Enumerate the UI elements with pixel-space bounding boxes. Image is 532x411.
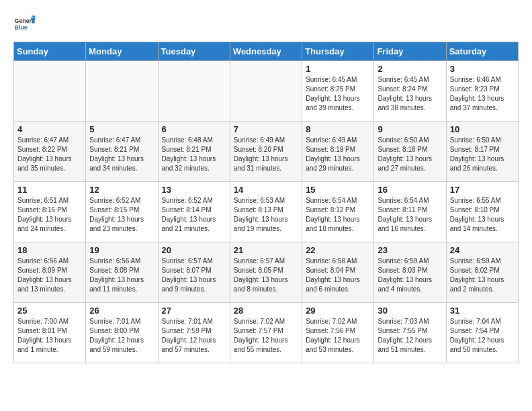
weekday-header-tuesday: Tuesday <box>158 42 230 61</box>
calendar-cell: 13Sunrise: 6:52 AM Sunset: 8:14 PM Dayli… <box>158 182 230 242</box>
calendar-cell: 20Sunrise: 6:57 AM Sunset: 8:07 PM Dayli… <box>158 242 230 303</box>
day-info: Sunrise: 6:50 AM Sunset: 8:17 PM Dayligh… <box>450 136 515 173</box>
day-number: 18 <box>17 245 82 255</box>
day-number: 4 <box>17 124 82 134</box>
day-info: Sunrise: 6:57 AM Sunset: 8:05 PM Dayligh… <box>234 257 298 294</box>
weekday-header-sunday: Sunday <box>14 42 86 61</box>
calendar-cell: 15Sunrise: 6:54 AM Sunset: 8:12 PM Dayli… <box>302 182 374 242</box>
day-info: Sunrise: 6:49 AM Sunset: 8:20 PM Dayligh… <box>234 136 298 173</box>
calendar-cell: 1Sunrise: 6:45 AM Sunset: 8:25 PM Daylig… <box>302 61 374 122</box>
day-info: Sunrise: 6:55 AM Sunset: 8:10 PM Dayligh… <box>450 196 515 234</box>
day-number: 11 <box>17 185 82 195</box>
calendar-cell: 27Sunrise: 7:01 AM Sunset: 7:59 PM Dayli… <box>158 303 230 363</box>
day-info: Sunrise: 6:57 AM Sunset: 8:07 PM Dayligh… <box>162 257 226 294</box>
calendar-cell: 30Sunrise: 7:03 AM Sunset: 7:55 PM Dayli… <box>374 303 446 363</box>
day-info: Sunrise: 6:46 AM Sunset: 8:23 PM Dayligh… <box>450 75 515 113</box>
day-info: Sunrise: 6:45 AM Sunset: 8:25 PM Dayligh… <box>306 75 370 113</box>
week-row-3: 18Sunrise: 6:56 AM Sunset: 8:09 PM Dayli… <box>14 242 519 303</box>
weekday-header-friday: Friday <box>374 42 446 61</box>
day-number: 10 <box>450 124 515 134</box>
calendar-cell: 7Sunrise: 6:49 AM Sunset: 8:20 PM Daylig… <box>230 122 302 182</box>
day-number: 12 <box>89 185 154 195</box>
calendar-cell: 5Sunrise: 6:47 AM Sunset: 8:21 PM Daylig… <box>86 122 158 182</box>
day-number: 23 <box>378 245 442 255</box>
day-info: Sunrise: 6:52 AM Sunset: 8:15 PM Dayligh… <box>89 196 154 234</box>
day-number: 17 <box>450 185 515 195</box>
week-row-1: 4Sunrise: 6:47 AM Sunset: 8:22 PM Daylig… <box>14 122 519 182</box>
page-header: General Blue <box>13 13 519 35</box>
day-info: Sunrise: 6:56 AM Sunset: 8:09 PM Dayligh… <box>17 257 82 294</box>
calendar-cell: 8Sunrise: 6:49 AM Sunset: 8:19 PM Daylig… <box>302 122 374 182</box>
calendar-cell: 16Sunrise: 6:54 AM Sunset: 8:11 PM Dayli… <box>374 182 446 242</box>
day-info: Sunrise: 6:51 AM Sunset: 8:16 PM Dayligh… <box>17 196 82 234</box>
day-number: 5 <box>89 124 154 134</box>
day-info: Sunrise: 6:54 AM Sunset: 8:12 PM Dayligh… <box>306 196 370 234</box>
day-number: 20 <box>162 245 226 255</box>
calendar-cell: 4Sunrise: 6:47 AM Sunset: 8:22 PM Daylig… <box>14 122 86 182</box>
day-info: Sunrise: 6:48 AM Sunset: 8:21 PM Dayligh… <box>162 136 226 173</box>
day-info: Sunrise: 6:49 AM Sunset: 8:19 PM Dayligh… <box>306 136 370 173</box>
day-number: 14 <box>234 185 298 195</box>
weekday-header-wednesday: Wednesday <box>230 42 302 61</box>
logo: General Blue <box>13 13 35 35</box>
svg-text:Blue: Blue <box>15 24 28 31</box>
weekday-header-thursday: Thursday <box>302 42 374 61</box>
calendar-cell: 31Sunrise: 7:04 AM Sunset: 7:54 PM Dayli… <box>446 303 518 363</box>
calendar-cell: 18Sunrise: 6:56 AM Sunset: 8:09 PM Dayli… <box>14 242 86 303</box>
day-info: Sunrise: 6:59 AM Sunset: 8:02 PM Dayligh… <box>450 257 515 294</box>
day-number: 15 <box>306 185 370 195</box>
calendar-cell: 21Sunrise: 6:57 AM Sunset: 8:05 PM Dayli… <box>230 242 302 303</box>
calendar-cell <box>86 61 158 122</box>
calendar-cell: 3Sunrise: 6:46 AM Sunset: 8:23 PM Daylig… <box>446 61 518 122</box>
day-info: Sunrise: 7:04 AM Sunset: 7:54 PM Dayligh… <box>450 317 515 355</box>
day-info: Sunrise: 6:54 AM Sunset: 8:11 PM Dayligh… <box>378 196 442 234</box>
day-info: Sunrise: 6:59 AM Sunset: 8:03 PM Dayligh… <box>378 257 442 294</box>
day-info: Sunrise: 7:01 AM Sunset: 7:59 PM Dayligh… <box>162 317 226 355</box>
day-info: Sunrise: 6:52 AM Sunset: 8:14 PM Dayligh… <box>162 196 226 234</box>
calendar-cell: 29Sunrise: 7:02 AM Sunset: 7:56 PM Dayli… <box>302 303 374 363</box>
day-number: 1 <box>306 64 370 74</box>
day-info: Sunrise: 7:01 AM Sunset: 8:00 PM Dayligh… <box>89 317 154 355</box>
day-info: Sunrise: 6:47 AM Sunset: 8:22 PM Dayligh… <box>17 136 82 173</box>
day-number: 13 <box>162 185 226 195</box>
day-number: 7 <box>234 124 298 134</box>
day-number: 3 <box>450 64 515 74</box>
calendar-cell: 9Sunrise: 6:50 AM Sunset: 8:18 PM Daylig… <box>374 122 446 182</box>
calendar-cell <box>230 61 302 122</box>
calendar-cell: 26Sunrise: 7:01 AM Sunset: 8:00 PM Dayli… <box>86 303 158 363</box>
calendar-cell: 28Sunrise: 7:02 AM Sunset: 7:57 PM Dayli… <box>230 303 302 363</box>
weekday-header-row: SundayMondayTuesdayWednesdayThursdayFrid… <box>14 42 519 61</box>
week-row-2: 11Sunrise: 6:51 AM Sunset: 8:16 PM Dayli… <box>14 182 519 242</box>
day-number: 2 <box>378 64 442 74</box>
calendar-cell: 10Sunrise: 6:50 AM Sunset: 8:17 PM Dayli… <box>446 122 518 182</box>
day-number: 16 <box>378 185 442 195</box>
calendar-cell: 23Sunrise: 6:59 AM Sunset: 8:03 PM Dayli… <box>374 242 446 303</box>
calendar-table: SundayMondayTuesdayWednesdayThursdayFrid… <box>13 42 519 363</box>
day-info: Sunrise: 6:56 AM Sunset: 8:08 PM Dayligh… <box>89 257 154 294</box>
calendar-cell <box>158 61 230 122</box>
week-row-4: 25Sunrise: 7:00 AM Sunset: 8:01 PM Dayli… <box>14 303 519 363</box>
day-info: Sunrise: 6:45 AM Sunset: 8:24 PM Dayligh… <box>378 75 442 113</box>
weekday-header-saturday: Saturday <box>446 42 518 61</box>
day-number: 22 <box>306 245 370 255</box>
day-number: 27 <box>162 306 226 316</box>
calendar-cell: 25Sunrise: 7:00 AM Sunset: 8:01 PM Dayli… <box>14 303 86 363</box>
calendar-cell: 2Sunrise: 6:45 AM Sunset: 8:24 PM Daylig… <box>374 61 446 122</box>
day-info: Sunrise: 7:02 AM Sunset: 7:57 PM Dayligh… <box>234 317 298 355</box>
day-info: Sunrise: 6:47 AM Sunset: 8:21 PM Dayligh… <box>89 136 154 173</box>
day-info: Sunrise: 6:50 AM Sunset: 8:18 PM Dayligh… <box>378 136 442 173</box>
calendar-cell: 14Sunrise: 6:53 AM Sunset: 8:13 PM Dayli… <box>230 182 302 242</box>
calendar-cell: 12Sunrise: 6:52 AM Sunset: 8:15 PM Dayli… <box>86 182 158 242</box>
day-number: 29 <box>306 306 370 316</box>
calendar-cell: 22Sunrise: 6:58 AM Sunset: 8:04 PM Dayli… <box>302 242 374 303</box>
day-info: Sunrise: 6:53 AM Sunset: 8:13 PM Dayligh… <box>234 196 298 234</box>
logo-icon: General Blue <box>13 13 35 35</box>
day-number: 21 <box>234 245 298 255</box>
day-number: 30 <box>378 306 442 316</box>
day-number: 25 <box>17 306 82 316</box>
day-number: 24 <box>450 245 515 255</box>
calendar-cell: 24Sunrise: 6:59 AM Sunset: 8:02 PM Dayli… <box>446 242 518 303</box>
calendar-cell <box>14 61 86 122</box>
day-number: 8 <box>306 124 370 134</box>
day-info: Sunrise: 7:02 AM Sunset: 7:56 PM Dayligh… <box>306 317 370 355</box>
